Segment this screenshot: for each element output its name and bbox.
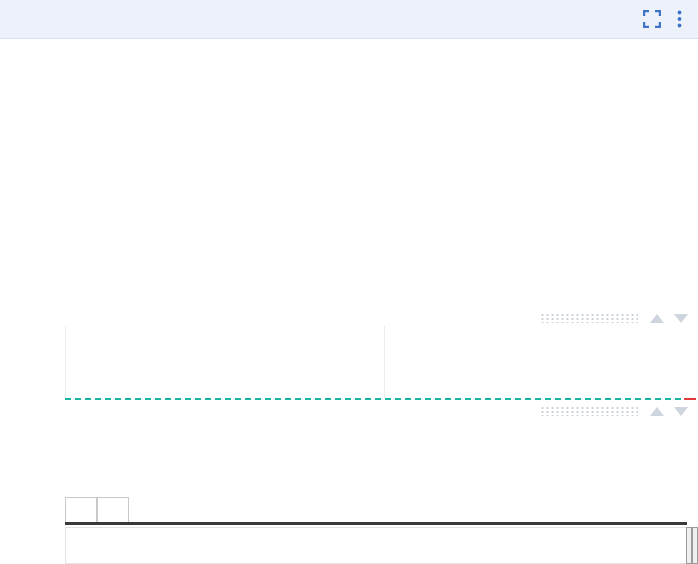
tabbar-actions (643, 0, 698, 38)
macd-pane-collapse-icon[interactable] (674, 407, 688, 416)
volume-zero-red-tick (684, 398, 696, 400)
volume-pane[interactable] (65, 326, 688, 399)
volume-pane-collapse-icon[interactable] (674, 314, 688, 323)
macd-pane-expand-icon[interactable] (650, 407, 664, 416)
stock-kline-app (0, 0, 698, 564)
minimap-line-chart (66, 528, 686, 563)
volume-gridline (384, 326, 385, 399)
macd-chart[interactable] (65, 419, 687, 497)
macd-pane-resize-handle[interactable] (540, 406, 638, 416)
kebab-menu-icon[interactable] (677, 10, 682, 28)
history-minimap[interactable] (65, 527, 687, 564)
period-tabbar (0, 0, 698, 39)
indicator-bar-divider (65, 522, 687, 525)
candlestick-chart[interactable] (65, 85, 687, 297)
scroll-right-button[interactable] (97, 497, 129, 524)
volume-ma-zero-line (65, 398, 681, 400)
fullscreen-icon[interactable] (643, 10, 661, 28)
scroll-left-button[interactable] (65, 497, 97, 524)
minimap-range-handle[interactable] (686, 527, 698, 564)
volume-pane-expand-icon[interactable] (650, 314, 664, 323)
minimap-handle-right[interactable] (692, 527, 698, 564)
volume-pane-resize-handle[interactable] (540, 313, 638, 323)
